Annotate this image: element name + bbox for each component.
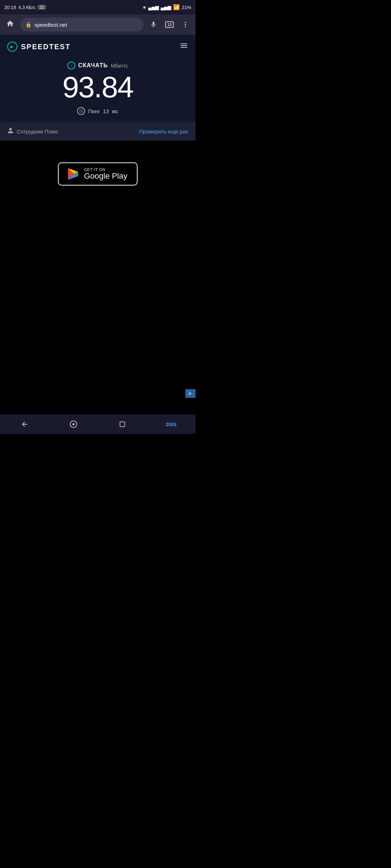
wifi-icon: 📶 bbox=[173, 4, 180, 10]
ad-badge[interactable] bbox=[185, 389, 196, 398]
user-icon bbox=[7, 127, 14, 136]
svg-rect-11 bbox=[120, 422, 125, 426]
nav-square-button[interactable] bbox=[113, 414, 132, 434]
status-time: 20:19 bbox=[4, 5, 16, 10]
tabs-count: 13 bbox=[165, 21, 174, 28]
microphone-button[interactable] bbox=[147, 18, 160, 31]
status-bar: 20:19 4,3 КБ/с 21 ∗ ▄▅▆ ▄▅▆ 📶 21% bbox=[0, 0, 196, 14]
speedtest-logo: ► SPEEDTEST bbox=[7, 42, 71, 52]
speedtest-logo-text: SPEEDTEST bbox=[21, 43, 71, 51]
status-left: 20:19 4,3 КБ/с 21 bbox=[4, 5, 46, 10]
speedtest-footer: Сотрудник Плюс Проверить еще раз bbox=[0, 122, 196, 141]
ping-unit: мс bbox=[112, 108, 118, 114]
svg-marker-8 bbox=[189, 391, 192, 396]
app-label: 2GIS bbox=[166, 422, 177, 427]
status-network: 4,3 КБ/с bbox=[18, 5, 36, 10]
browser-actions: 13 bbox=[147, 18, 192, 31]
ping-value: 13 bbox=[103, 108, 109, 114]
google-play-label: Google Play bbox=[84, 172, 127, 180]
speedtest-body: ↓ СКАЧАТЬ Мбит/с 93.84 Ⓢ Пинг 13 мс bbox=[0, 58, 196, 122]
bluetooth-icon: ∗ bbox=[142, 4, 147, 10]
url-bar[interactable]: 🔒 speedtest.net bbox=[20, 18, 143, 31]
signal-icon: ▄▅▆ bbox=[148, 5, 159, 10]
tabs-button[interactable]: 13 bbox=[163, 18, 176, 31]
status-right: ∗ ▄▅▆ ▄▅▆ 📶 21% bbox=[142, 4, 191, 10]
download-unit: Мбит/с bbox=[111, 63, 128, 69]
speed-value: 93.84 bbox=[7, 72, 188, 102]
page-wrapper: 20:19 4,3 КБ/с 21 ∗ ▄▅▆ ▄▅▆ 📶 21% 🔒 spee… bbox=[0, 0, 196, 434]
download-arrow-icon: ↓ bbox=[67, 61, 75, 69]
signal-icon-2: ▄▅▆ bbox=[161, 5, 171, 10]
speedtest-header: ► SPEEDTEST bbox=[0, 35, 196, 58]
ping-label: Пинг bbox=[88, 108, 100, 114]
nav-home-button[interactable] bbox=[64, 414, 83, 434]
nav-app-label: 2GIS bbox=[161, 414, 181, 434]
notif-badge: 21 bbox=[38, 5, 46, 10]
google-play-button[interactable]: GET IT ON Google Play bbox=[58, 162, 138, 186]
bottom-nav: 2GIS bbox=[0, 414, 196, 434]
content-area: ► SPEEDTEST ↓ СКАЧАТЬ Мбит/с 93.84 Ⓢ Пин… bbox=[0, 35, 196, 434]
browser-bar: 🔒 speedtest.net 13 bbox=[0, 14, 196, 35]
download-label-text: СКАЧАТЬ bbox=[78, 62, 108, 69]
url-text: speedtest.net bbox=[34, 22, 67, 28]
battery-icon: 21% bbox=[182, 5, 191, 10]
retest-button[interactable]: Проверить еще раз bbox=[139, 128, 188, 135]
hamburger-button[interactable] bbox=[180, 41, 188, 52]
user-info: Сотрудник Плюс bbox=[7, 127, 58, 136]
ping-row: Ⓢ Пинг 13 мс bbox=[7, 107, 188, 115]
lock-icon: 🔒 bbox=[25, 22, 31, 27]
svg-point-0 bbox=[185, 22, 186, 23]
play-text: GET IT ON Google Play bbox=[84, 167, 127, 180]
svg-point-10 bbox=[72, 423, 75, 425]
google-play-icon bbox=[67, 167, 80, 180]
speedtest-logo-icon: ► bbox=[7, 42, 17, 52]
svg-point-2 bbox=[185, 26, 186, 27]
svg-point-1 bbox=[185, 24, 186, 25]
home-button[interactable] bbox=[4, 20, 17, 30]
download-label-row: ↓ СКАЧАТЬ Мбит/с bbox=[7, 61, 188, 69]
menu-button[interactable] bbox=[179, 18, 192, 31]
nav-back-button[interactable] bbox=[15, 414, 34, 434]
black-area: GET IT ON Google Play bbox=[0, 141, 196, 434]
ping-icon: Ⓢ bbox=[77, 107, 85, 115]
user-label: Сотрудник Плюс bbox=[17, 128, 58, 135]
